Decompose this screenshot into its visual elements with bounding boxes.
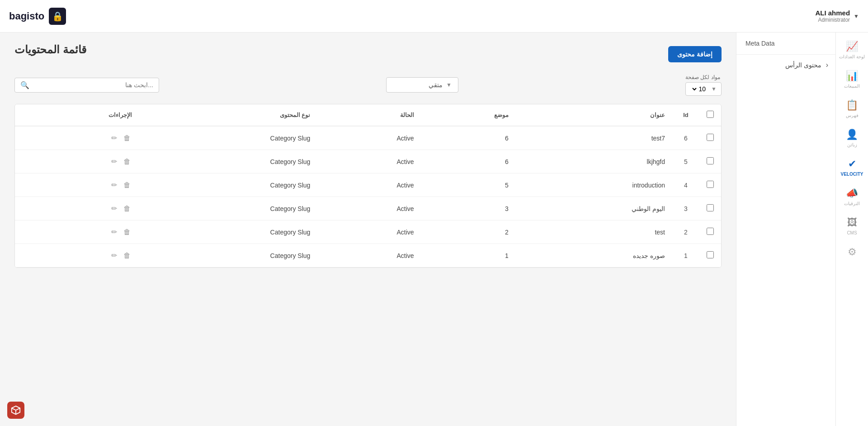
table-row: 6 test7 6 Active Category Slug 🗑 ✏ <box>15 126 721 150</box>
row-actions: 🗑 ✏ <box>15 197 139 220</box>
per-page-arrow: ▼ <box>711 86 717 92</box>
row-position: 6 <box>421 150 516 173</box>
table-header-row: Id عنوان موضع الحالة نوع المحتوى الإجراء… <box>15 104 721 126</box>
content-table: Id عنوان موضع الحالة نوع المحتوى الإجراء… <box>15 104 721 267</box>
bottom-badge[interactable] <box>7 402 24 419</box>
sidebar-item-dashboard-label: لوحة العدادات <box>839 54 865 59</box>
page-title: قائمة المحتويات <box>14 43 86 56</box>
lock-icon: 🔒 <box>49 8 66 25</box>
sidebar-item-dashboard[interactable]: 📈 لوحة العدادات <box>836 36 868 64</box>
delete-icon[interactable]: 🗑 <box>122 133 132 144</box>
edit-icon[interactable]: ✏ <box>110 179 118 191</box>
table-row: 1 صوره جديده 1 Active Category Slug 🗑 ✏ <box>15 244 721 267</box>
row-checkbox[interactable] <box>707 157 714 164</box>
row-checkbox-cell <box>699 197 721 220</box>
row-position: 2 <box>421 220 516 244</box>
sidebar-item-settings[interactable]: ⚙ <box>836 242 868 264</box>
user-name: ALI ahmed <box>815 9 850 17</box>
per-page-label: مواد لكل صفحة <box>685 74 720 80</box>
filter-chevron-icon: ▼ <box>446 82 452 88</box>
row-checkbox[interactable] <box>707 134 714 141</box>
edit-icon[interactable]: ✏ <box>110 250 118 261</box>
per-page-select[interactable]: ▼ 10 25 50 <box>685 82 722 96</box>
row-checkbox[interactable] <box>707 251 714 258</box>
sales-icon: 📊 <box>846 70 858 82</box>
row-position: 1 <box>421 244 516 267</box>
row-title: صوره جديده <box>516 244 672 267</box>
catalog-icon: 📋 <box>846 99 858 111</box>
secondary-panel: Meta Data ‹ محتوى الرأس <box>736 33 835 426</box>
promotions-icon: 📣 <box>846 187 858 199</box>
sidebar-item-sales[interactable]: 📊 المبيعات <box>836 66 868 93</box>
row-title: lkjhgfd <box>516 150 672 173</box>
delete-icon[interactable]: 🗑 <box>122 156 132 167</box>
row-actions: 🗑 ✏ <box>15 126 139 150</box>
delete-icon[interactable]: 🗑 <box>122 203 132 214</box>
row-status: Active <box>317 220 421 244</box>
row-content-type: Category Slug <box>139 173 318 197</box>
content-table-container: Id عنوان موضع الحالة نوع المحتوى الإجراء… <box>14 104 722 268</box>
user-menu[interactable]: ▼ ALI ahmed Administrator <box>815 9 859 23</box>
th-actions: الإجراءات <box>15 104 139 126</box>
row-actions: 🗑 ✏ <box>15 150 139 173</box>
delete-icon[interactable]: 🗑 <box>122 250 132 261</box>
settings-icon: ⚙ <box>848 246 857 258</box>
row-title: اليوم الوطني <box>516 197 672 220</box>
row-checkbox-cell <box>699 244 721 267</box>
breadcrumb-row: ‹ محتوى الرأس <box>736 55 835 75</box>
row-id: 5 <box>672 150 699 173</box>
edit-icon[interactable]: ✏ <box>110 226 118 238</box>
row-checkbox[interactable] <box>707 204 714 211</box>
sidebar-item-customers[interactable]: 👤 زبائن <box>836 124 868 152</box>
row-id: 1 <box>672 244 699 267</box>
row-title: test7 <box>516 126 672 150</box>
sidebar-item-velocity-label: VELOCITY <box>841 172 863 177</box>
back-arrow-icon[interactable]: ‹ <box>826 61 828 69</box>
meta-data-label: Meta Data <box>745 40 775 47</box>
delete-icon[interactable]: 🗑 <box>122 227 132 238</box>
th-id: Id <box>672 104 699 126</box>
th-status: الحالة <box>317 104 421 126</box>
sidebar-item-cms[interactable]: 🖼 CMS <box>836 212 868 240</box>
search-input[interactable] <box>33 81 153 89</box>
select-all-checkbox[interactable] <box>707 111 714 118</box>
th-position: موضع <box>421 104 516 126</box>
dashboard-icon: 📈 <box>846 41 858 52</box>
row-status: Active <box>317 126 421 150</box>
row-checkbox[interactable] <box>707 228 714 235</box>
breadcrumb-text: محتوى الرأس <box>785 61 821 69</box>
search-box: 🔍 <box>14 78 159 93</box>
table-row: 2 test 2 Active Category Slug 🗑 ✏ <box>15 220 721 244</box>
sidebar-item-catalog-label: فهرس <box>846 113 859 118</box>
filter-label: متقي <box>429 81 443 89</box>
row-actions: 🗑 ✏ <box>15 173 139 197</box>
sidebar-item-promotions[interactable]: 📣 الترقيات <box>836 183 868 211</box>
row-content-type: Category Slug <box>139 244 318 267</box>
row-title: test <box>516 220 672 244</box>
row-id: 3 <box>672 197 699 220</box>
row-checkbox-cell <box>699 126 721 150</box>
table-row: 4 introduction 5 Active Category Slug 🗑 … <box>15 173 721 197</box>
brand-name: bagisto <box>9 10 44 22</box>
row-content-type: Category Slug <box>139 220 318 244</box>
row-checkbox[interactable] <box>707 181 714 188</box>
table-body: 6 test7 6 Active Category Slug 🗑 ✏ 5 lkj… <box>15 126 721 267</box>
row-status: Active <box>317 244 421 267</box>
edit-icon[interactable]: ✏ <box>110 203 118 214</box>
row-id: 2 <box>672 220 699 244</box>
sidebar-item-velocity[interactable]: ✔ VELOCITY <box>836 154 868 181</box>
table-row: 3 اليوم الوطني 3 Active Category Slug 🗑 … <box>15 197 721 220</box>
filter-dropdown[interactable]: ▼ متقي <box>386 77 458 93</box>
right-sidebar: 📈 لوحة العدادات 📊 المبيعات 📋 فهرس 👤 زبائ… <box>835 0 868 426</box>
table-row: 5 lkjhgfd 6 Active Category Slug 🗑 ✏ <box>15 150 721 173</box>
sidebar-item-catalog[interactable]: 📋 فهرس <box>836 95 868 122</box>
velocity-icon: ✔ <box>848 158 856 170</box>
user-role: Administrator <box>815 17 850 23</box>
row-position: 3 <box>421 197 516 220</box>
add-content-button[interactable]: إضافة محتوى <box>668 46 722 62</box>
per-page-dropdown[interactable]: 10 25 50 <box>691 85 708 93</box>
edit-icon[interactable]: ✏ <box>110 132 118 144</box>
user-menu-arrow: ▼ <box>854 13 859 19</box>
delete-icon[interactable]: 🗑 <box>122 180 132 191</box>
edit-icon[interactable]: ✏ <box>110 156 118 167</box>
